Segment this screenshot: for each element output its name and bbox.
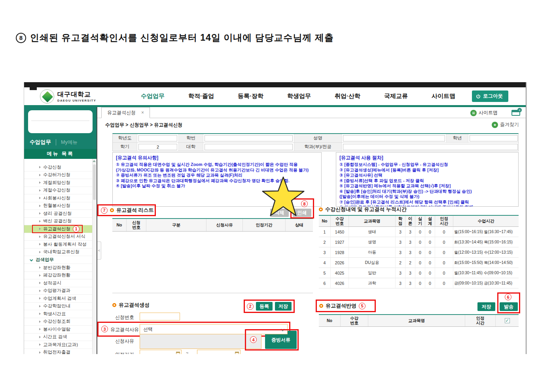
tab-close-icon[interactable]: × [141,110,144,115]
sidebar-item[interactable]: 수강신청 [24,164,97,172]
sidebar: 수업업무 My메뉴 메뉴 목록 수강신청수강허가신청계절희망신청계절수강신청사회… [24,107,97,354]
sidebar-item[interactable]: 수강허가신청 [24,172,97,179]
name-input[interactable] [343,135,445,141]
apply-table: No수강 번호교과목명인정 시간✓ [319,314,519,327]
menu-list-header: 메뉴 목록 [24,149,97,159]
period-label: 인정기간 [115,351,134,354]
tab-absence-request[interactable]: 유고결석신청 × [101,107,150,118]
university-name: 대구대학교 [57,90,96,99]
scrollbar-thumb[interactable] [93,164,96,200]
sidebar-item[interactable]: 봉사이수열람 [24,326,97,334]
nav-item[interactable]: 학적·졸업 [188,92,214,100]
save-button[interactable]: 저장 [275,302,292,311]
absence-reason-label: 유고결석사유 [110,326,139,333]
arrow-right-icon [39,282,41,284]
arrow-right-icon [39,220,41,222]
section-bullet-icon [112,303,116,307]
enrollment-row[interactable]: 11450생태33000월(15:00~16:15) 월(16:30~17:45… [319,227,519,237]
sidebar-item[interactable]: 계절희망신청 [24,179,97,187]
request-no-input[interactable] [140,313,180,320]
arrow-right-icon [39,290,41,292]
grade-input[interactable] [470,135,518,141]
sidebar-tab-mymenu[interactable]: My메뉴 [61,139,78,146]
scroll-up-icon[interactable] [93,160,96,162]
arrow-right-icon [39,189,41,192]
apply-section-title: 유고결석반영 [326,302,356,309]
sidebar-scrollbar[interactable] [92,159,97,354]
sidebar-item[interactable]: 유고결석신청서 서식 [24,233,97,241]
nav-item[interactable]: 국제교류 [384,92,408,100]
enrollment-row[interactable]: 42026DU실용22000화(15:00~15:50) 목(14:00~14:… [319,258,519,268]
term-input[interactable]: 2 [138,144,177,150]
section-bullet-icon [110,208,114,212]
college-input[interactable] [205,144,293,150]
period-end-input[interactable] [197,350,241,354]
register-button[interactable]: 등록 [256,302,273,311]
tab-bar: 유고결석신청 × [97,107,526,118]
nav-item[interactable]: 사이트맵 [432,92,455,100]
sidebar-item[interactable]: 시간표 검색 [24,334,97,341]
major-input[interactable] [343,144,518,150]
column-header: 수업시간 [453,216,519,226]
nav-item[interactable]: 학생업무 [287,92,311,100]
sitemap-link[interactable]: ⊞ 사이트맵 [470,109,498,116]
enrollment-row[interactable]: 54025일반33000월(10:30~11:45) 수(09:00~10:15… [319,268,519,278]
sidebar-item[interactable]: 교과목개요(교과) [24,341,97,349]
sidebar-item[interactable]: 취업전자출결 [24,349,97,354]
favorites-star-icon: ★ [492,122,498,128]
sidebar-tab-lecture[interactable]: 수업업무 [30,139,51,146]
enrollment-row[interactable]: 21927생명33000화(13:30~14:45) 목(15:00~16:15… [319,237,519,247]
sidebar-item[interactable]: 헌혈봉사신청 [24,202,97,210]
select-all-checkbox[interactable]: ✓ [505,318,510,323]
logout-button[interactable]: 로그아웃 [472,90,508,102]
app-header: 대구대학교 DAEGU UNIVERSITY 수업업무학적·졸업등록·장학학생업… [24,87,526,105]
power-icon [476,94,481,99]
sidebar-item[interactable]: 성적공시 [24,279,97,287]
sidebar-item[interactable]: 국내학점교류신청 [24,249,97,256]
favorites-link[interactable]: ★ 즐겨찾기 [492,121,519,128]
sidebar-item[interactable]: 사회봉사신청 [24,194,97,202]
university-emblem-icon [40,89,54,104]
sidebar-section-search[interactable]: 검색업무 [24,256,97,264]
top-nav: 수업업무학적·졸업등록·장학학생업무취업·산학국제교류사이트맵 [141,92,455,100]
close-all-windows-icon[interactable] [511,110,520,116]
period-start-input[interactable] [140,350,182,354]
main-content: 유고결석신청 × ⊞ 사이트맵 수업업무 > 신청업무 > 유고결석신청 ★ 즐… [97,107,526,354]
nav-item[interactable]: 등록·장학 [238,92,263,100]
step-6-badge: 6 [505,294,511,300]
column-header: 구분 [146,219,206,231]
student-no-input[interactable] [205,135,293,141]
sidebar-item[interactable]: 유고결석신청1 [24,225,97,233]
sidebar-item[interactable]: 계절수강신청 [24,187,97,195]
sidebar-item[interactable]: 백신 공결신청 [24,218,97,226]
sidebar-item[interactable]: 수업계획서 검색 [24,295,97,303]
column-header: 실 기 [415,216,425,226]
nav-item[interactable]: 수업업무 [141,92,165,100]
name-label: 성명 [294,134,342,142]
apply-save-button[interactable]: 저장 [477,302,495,311]
enrollment-row[interactable]: 64026과학33000금(09:00~10:15) 금(10:30~11:45… [319,278,519,288]
calendar-icon[interactable] [235,352,239,354]
absence-list-table: No신청 번호구분신청사유인정기간상태 [112,218,313,293]
sidebar-item[interactable]: 수강학점안내 [24,303,97,311]
sidebar-item[interactable]: 수강신청조회 [24,318,97,326]
request-no-label: 신청번호 [115,314,134,321]
year-input[interactable] [138,135,177,141]
column-header: 인정 시간 [435,216,453,226]
grade-label: 학년 [447,134,468,142]
sidebar-item[interactable]: 봉사 활동계획서 작성 [24,241,97,249]
sidebar-item[interactable]: 수업평가결과 [24,287,97,295]
nav-item[interactable]: 취업·산학 [335,92,360,100]
calendar-icon[interactable] [176,352,180,354]
sidebar-collapse-handle[interactable]: < [97,241,101,260]
arrow-right-icon [39,266,41,269]
sidebar-item[interactable]: 폐강강좌현황 [24,272,97,280]
sidebar-item[interactable]: 분반강좌현황 [24,264,97,272]
chevron-down-icon [30,258,33,261]
sidebar-item[interactable]: 생리 공결신청 [24,210,97,218]
enrollment-row[interactable]: 31928아동33000월(12:00~13:15) 수(12:00~13:15… [319,247,519,258]
notice-procedure-body: ① [종합정보시스템] - 수업업무 - 신청업무 - 유고결석신청 ② [유고… [339,162,515,207]
sidebar-item[interactable]: 학생시간표 [24,310,97,318]
major-label: 학과(부)/전공 [294,143,342,151]
column-header: No [319,315,341,326]
